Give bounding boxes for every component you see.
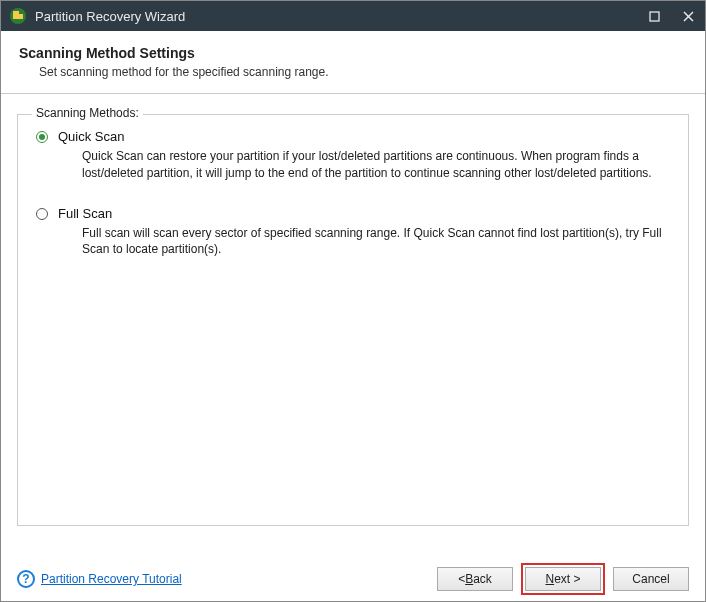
next-button[interactable]: Next >: [525, 567, 601, 591]
scanning-methods-fieldset: Scanning Methods: Quick Scan Quick Scan …: [17, 114, 689, 526]
help-icon: ?: [17, 570, 35, 588]
page-title: Scanning Method Settings: [19, 45, 691, 61]
wizard-footer: ? Partition Recovery Tutorial < Back Nex…: [1, 557, 705, 601]
svg-rect-2: [13, 11, 19, 14]
help-link[interactable]: Partition Recovery Tutorial: [41, 572, 182, 586]
cancel-button[interactable]: Cancel: [613, 567, 689, 591]
titlebar-left: Partition Recovery Wizard: [9, 7, 185, 25]
svg-rect-3: [650, 12, 659, 21]
quick-scan-label: Quick Scan: [58, 129, 668, 144]
wizard-body: Scanning Methods: Quick Scan Quick Scan …: [1, 94, 705, 526]
window-title: Partition Recovery Wizard: [35, 9, 185, 24]
fieldset-legend: Scanning Methods:: [32, 106, 143, 120]
full-scan-description: Full scan will scan every sector of spec…: [82, 225, 668, 259]
titlebar: Partition Recovery Wizard: [1, 1, 705, 31]
wizard-header: Scanning Method Settings Set scanning me…: [1, 31, 705, 94]
help-link-group: ? Partition Recovery Tutorial: [17, 570, 182, 588]
radio-quick-scan[interactable]: [36, 131, 48, 143]
app-icon: [9, 7, 27, 25]
quick-scan-description: Quick Scan can restore your partition if…: [82, 148, 668, 182]
svg-rect-1: [13, 14, 23, 19]
back-button[interactable]: < Back: [437, 567, 513, 591]
full-scan-label: Full Scan: [58, 206, 668, 221]
close-button[interactable]: [671, 1, 705, 31]
maximize-button[interactable]: [637, 1, 671, 31]
window-controls: [637, 1, 705, 31]
page-subtitle: Set scanning method for the specified sc…: [39, 65, 691, 79]
next-button-highlight: Next >: [521, 563, 605, 595]
radio-full-scan[interactable]: [36, 208, 48, 220]
option-quick-scan[interactable]: Quick Scan Quick Scan can restore your p…: [36, 129, 668, 182]
option-full-scan[interactable]: Full Scan Full scan will scan every sect…: [36, 206, 668, 259]
